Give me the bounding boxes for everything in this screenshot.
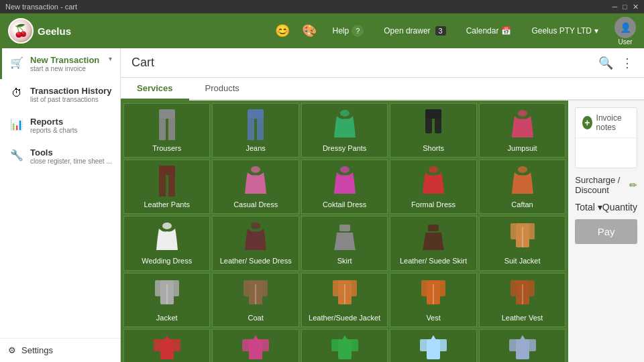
svg-rect-50 xyxy=(249,339,262,359)
invoice-notes-input[interactable] xyxy=(576,138,637,168)
smiley-button[interactable]: 😊 xyxy=(275,23,290,38)
product-cell-leather-vest[interactable]: Leather Vest xyxy=(479,273,566,327)
product-image xyxy=(327,163,363,198)
product-label: Suit Jacket xyxy=(503,255,542,267)
help-button[interactable]: Help ? xyxy=(329,22,368,40)
svg-rect-64 xyxy=(528,339,536,351)
product-image xyxy=(149,333,185,362)
minimize-btn[interactable]: ─ xyxy=(612,3,618,11)
product-cell-blouse[interactable]: Blouse xyxy=(212,329,299,362)
avatar: 👤 xyxy=(614,17,636,38)
product-cell-jeans[interactable]: Jeans xyxy=(212,103,299,158)
sidebar-item-new-transaction[interactable]: 🛒 New Transaction start a new invoice ▾ xyxy=(0,48,120,79)
svg-rect-32 xyxy=(261,280,268,296)
surcharge-edit-icon[interactable]: ✏ xyxy=(629,180,637,190)
drawer-badge: 3 xyxy=(435,26,446,36)
invoice-panel: + Invoice notes Surcharge / Discount ✏ T… xyxy=(568,101,644,362)
close-btn[interactable]: ✕ xyxy=(633,3,639,11)
sidebar-icon: ⏱ xyxy=(10,87,23,99)
product-cell-school-uniform[interactable]: School Uniform xyxy=(479,329,566,362)
total-row: Total ▾ Quantity xyxy=(575,202,637,213)
product-image xyxy=(149,219,185,254)
product-cell-vest[interactable]: Vest xyxy=(390,273,476,327)
product-label: Wedding Dress xyxy=(140,255,193,267)
chevron-down-icon: ▾ xyxy=(598,202,602,213)
product-cell-dressy-pants[interactable]: Dressy Pants xyxy=(301,103,388,158)
svg-rect-47 xyxy=(154,339,162,351)
product-cell-coat[interactable]: Coat xyxy=(212,273,299,327)
lower-area: Trousers Jeans Dressy Pants xyxy=(121,101,644,362)
product-label: Vest xyxy=(425,312,441,324)
help-label: Help xyxy=(333,26,350,36)
product-cell-leather-suede-jacket[interactable]: Leather/Suede Jacket xyxy=(301,273,388,327)
product-cell-coktail-dress[interactable]: Coktail Dress xyxy=(301,160,388,214)
product-cell-casual-dress[interactable]: Casual Dress xyxy=(212,160,299,214)
svg-rect-39 xyxy=(421,280,428,296)
window-controls[interactable]: ─ □ ✕ xyxy=(612,3,639,11)
svg-marker-57 xyxy=(341,335,349,342)
more-options-icon[interactable]: ⋮ xyxy=(621,56,633,70)
product-label: Leather/ Suede Dress xyxy=(219,255,293,267)
product-cell-leather-suede-skirt[interactable]: Leather/ Suede Skirt xyxy=(390,216,476,270)
search-icon[interactable]: 🔍 xyxy=(598,56,613,70)
add-note-button[interactable]: + xyxy=(582,116,592,129)
calendar-icon: 📅 xyxy=(501,26,511,36)
pay-button[interactable]: Pay xyxy=(575,219,637,244)
product-cell-suit-jacket[interactable]: Suit Jacket xyxy=(479,216,566,270)
product-cell-skirt[interactable]: Skirt xyxy=(301,216,388,270)
product-cell-trousers[interactable]: Trousers xyxy=(123,103,210,158)
maximize-btn[interactable]: □ xyxy=(623,3,627,11)
sidebar-item-reports[interactable]: 📊 Reports reports & charts xyxy=(0,110,120,141)
product-image xyxy=(237,107,274,141)
svg-point-17 xyxy=(518,166,527,173)
user-avatar[interactable]: 👤 User xyxy=(614,17,636,46)
svg-rect-28 xyxy=(172,280,179,296)
product-label: Trousers xyxy=(151,143,182,154)
sidebar-item-tools[interactable]: 🔧 Tools close register, time sheet ... xyxy=(0,141,120,172)
product-cell-leather-pants[interactable]: Leather Pants xyxy=(123,160,210,214)
product-cell-jumpsuit[interactable]: Jumpsuit xyxy=(479,103,566,158)
svg-rect-8 xyxy=(425,117,432,133)
product-label: Jacket xyxy=(155,312,179,324)
product-cell-formal-dress[interactable]: Formal Dress xyxy=(390,160,476,214)
logo-area: 🍒 Geelus xyxy=(8,18,102,44)
tab-services[interactable]: Services xyxy=(121,78,189,101)
product-image xyxy=(237,219,274,254)
products-grid-container[interactable]: Trousers Jeans Dressy Pants xyxy=(121,101,568,362)
title-text: New transaction - cart xyxy=(5,3,77,11)
chevron-down-icon: ▾ xyxy=(109,55,112,62)
product-image xyxy=(415,163,451,198)
product-cell-shirt[interactable]: Shirt xyxy=(390,329,476,362)
product-image xyxy=(327,219,363,254)
product-cell-shorts[interactable]: Shorts xyxy=(390,103,476,158)
product-cell-t-shirt[interactable]: T-Shirt xyxy=(301,329,388,362)
svg-rect-63 xyxy=(509,339,517,351)
calendar-button[interactable]: Calendar 📅 xyxy=(462,23,516,38)
company-label: Geelus PTY LTD xyxy=(531,26,592,36)
product-label: Leather Pants xyxy=(142,199,191,210)
product-cell-wedding-dress[interactable]: Wedding Dress xyxy=(123,216,210,270)
svg-rect-35 xyxy=(333,280,339,296)
svg-rect-43 xyxy=(511,280,517,296)
product-cell-leather-suede-dress[interactable]: Leather/ Suede Dress xyxy=(212,216,299,270)
product-cell-jacket[interactable]: Jacket xyxy=(123,273,210,327)
svg-rect-11 xyxy=(159,166,175,175)
sidebar-item-transaction-history[interactable]: ⏱ Transaction History list of past trans… xyxy=(0,79,120,110)
svg-rect-20 xyxy=(339,225,350,231)
svg-rect-9 xyxy=(435,117,441,133)
total-left: Total ▾ xyxy=(575,202,602,213)
open-drawer-button[interactable]: Open drawer 3 xyxy=(380,23,450,38)
cart-title: Cart xyxy=(131,56,154,70)
svg-rect-54 xyxy=(338,339,352,359)
svg-rect-48 xyxy=(172,339,180,351)
color-button[interactable]: 🎨 xyxy=(302,23,317,38)
settings-item[interactable]: ⚙ Settings xyxy=(0,338,120,362)
product-cell-caftan[interactable]: Caftan xyxy=(479,160,566,214)
smiley-icon: 😊 xyxy=(275,23,290,38)
product-cell-tops[interactable]: Tops xyxy=(123,329,210,362)
tab-products[interactable]: Products xyxy=(189,78,256,101)
svg-rect-59 xyxy=(420,339,428,351)
svg-rect-7 xyxy=(425,109,441,119)
company-button[interactable]: Geelus PTY LTD ▾ xyxy=(527,23,602,38)
chevron-down-icon: ▾ xyxy=(594,26,598,36)
